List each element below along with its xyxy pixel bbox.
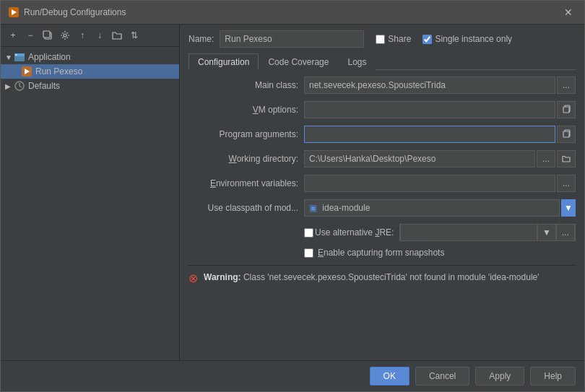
sort-button[interactable]: ⇅ — [126, 27, 142, 43]
vm-options-copy-button[interactable] — [557, 101, 576, 118]
dialog-title: Run/Debug Configurations — [24, 7, 126, 17]
move-up-button[interactable]: ↑ — [74, 27, 90, 43]
expand-arrow: ▼ — [5, 53, 14, 61]
jre-field-group: Use alternative JRE: ▼ ... — [304, 224, 576, 241]
remove-config-button[interactable]: − — [22, 27, 38, 43]
name-label: Name: — [188, 34, 214, 44]
working-dir-ellipsis-button[interactable]: ... — [537, 150, 555, 167]
dialog-content: + − — [1, 25, 584, 360]
env-vars-input[interactable] — [304, 175, 555, 192]
defaults-icon — [14, 80, 25, 92]
svg-point-7 — [16, 54, 17, 56]
working-dir-field-group: ... — [304, 150, 576, 167]
jre-select-container: ▼ ... — [399, 224, 576, 241]
classpath-label: Use classpath of mod... — [188, 203, 304, 213]
jre-dropdown-btn[interactable]: ▼ — [537, 224, 556, 241]
share-label: Share — [388, 34, 411, 44]
jre-browse-btn[interactable]: ... — [556, 224, 575, 241]
main-class-row: Main class: ... — [188, 76, 576, 95]
working-dir-row: Working directory: ... — [188, 149, 576, 168]
dialog-icon — [8, 6, 20, 18]
tab-code-coverage[interactable]: Code Coverage — [259, 53, 338, 70]
tree-run-pexeso[interactable]: Run Pexeso — [1, 64, 179, 79]
tab-configuration[interactable]: Configuration — [188, 53, 259, 70]
config-tree: ▼ Application Run Pexeso — [1, 47, 179, 360]
title-bar-left: Run/Debug Configurations — [8, 6, 126, 18]
capture-label: Enable capturing form snapshots — [318, 248, 444, 258]
tree-application-group[interactable]: ▼ Application — [1, 50, 179, 64]
classpath-row: Use classpath of mod... ▣ idea-module ▼ — [188, 199, 576, 217]
env-vars-browse-button[interactable]: ... — [557, 175, 576, 192]
main-class-field-group: ... — [304, 77, 576, 94]
svg-point-4 — [64, 34, 66, 37]
classpath-dropdown-arrow[interactable]: ▼ — [561, 199, 576, 217]
classpath-field-group: ▣ idea-module ▼ — [304, 199, 576, 217]
application-group-icon — [14, 51, 25, 63]
vm-options-field-group — [304, 101, 576, 118]
run-config-icon — [21, 66, 32, 77]
share-checkbox[interactable] — [376, 35, 385, 44]
vm-options-input[interactable] — [304, 101, 555, 118]
left-panel: + − — [1, 25, 180, 360]
warning-text: Warning: Class 'net.sevecek.pexeso.Spous… — [204, 271, 540, 284]
configuration-form: Main class: ... VM options: — [188, 76, 576, 354]
folder-button[interactable] — [109, 27, 125, 43]
help-button[interactable]: Help — [530, 367, 576, 386]
env-vars-label: Environment variables: — [188, 178, 304, 188]
button-row: OK Cancel Apply Help — [1, 360, 584, 391]
name-row: Name: Share Single instance only — [188, 30, 576, 48]
warning-area: ⊗ Warning: Class 'net.sevecek.pexeso.Spo… — [188, 265, 576, 291]
application-group-label: Application — [28, 52, 71, 62]
single-instance-checkbox[interactable] — [422, 35, 432, 44]
run-pexeso-label: Run Pexeso — [35, 66, 82, 77]
program-args-input[interactable] — [304, 126, 555, 143]
vm-options-row: VM options: — [188, 100, 576, 119]
ok-button[interactable]: OK — [370, 367, 410, 386]
svg-rect-11 — [563, 107, 569, 113]
working-dir-label: Working directory: — [188, 154, 304, 164]
close-button[interactable]: ✕ — [560, 5, 577, 19]
svg-rect-3 — [43, 31, 50, 38]
program-args-field-group — [304, 126, 576, 143]
add-config-button[interactable]: + — [5, 27, 21, 43]
tabs-row: Configuration Code Coverage Logs — [188, 53, 576, 70]
program-args-row: Program arguments: — [188, 125, 576, 144]
working-dir-folder-button[interactable] — [557, 150, 576, 167]
jre-checkbox-label: Use alternative JRE: — [315, 227, 394, 238]
working-dir-input[interactable] — [304, 150, 535, 167]
defaults-arrow: ▶ — [5, 82, 14, 90]
move-down-button[interactable]: ↓ — [92, 27, 108, 43]
cancel-button[interactable]: Cancel — [415, 367, 469, 386]
svg-rect-12 — [563, 131, 569, 137]
env-vars-field-group: ... — [304, 175, 576, 192]
tree-defaults-group[interactable]: ▶ Defaults — [1, 79, 179, 93]
classpath-select[interactable]: ▣ idea-module — [304, 199, 560, 217]
tree-toolbar: + − — [1, 25, 179, 47]
vm-options-label: VM options: — [188, 105, 304, 115]
main-class-input[interactable] — [304, 77, 555, 94]
program-args-copy-button[interactable] — [557, 126, 576, 143]
program-args-label: Program arguments: — [188, 129, 304, 139]
defaults-label: Defaults — [28, 81, 60, 91]
env-vars-row: Environment variables: ... — [188, 174, 576, 193]
tab-logs[interactable]: Logs — [338, 53, 376, 70]
single-instance-label: Single instance only — [435, 34, 512, 44]
right-panel: Name: Share Single instance only Configu… — [180, 25, 584, 360]
main-class-label: Main class: — [188, 80, 304, 90]
capture-row: Enable capturing form snapshots — [188, 248, 576, 258]
jre-row: Use alternative JRE: ▼ ... — [188, 223, 576, 242]
main-class-browse-button[interactable]: ... — [557, 77, 576, 94]
apply-button[interactable]: Apply — [475, 367, 524, 386]
warning-icon: ⊗ — [188, 271, 198, 285]
share-group: Share — [376, 34, 411, 44]
capture-checkbox[interactable] — [304, 248, 313, 258]
jre-select-input[interactable] — [400, 224, 537, 241]
copy-config-button[interactable] — [40, 27, 56, 43]
name-input[interactable] — [220, 30, 364, 48]
single-instance-group: Single instance only — [422, 34, 512, 44]
jre-checkbox[interactable] — [304, 228, 313, 238]
title-bar: Run/Debug Configurations ✕ — [1, 1, 584, 25]
run-debug-dialog: Run/Debug Configurations ✕ + − — [0, 0, 585, 392]
settings-config-button[interactable] — [57, 27, 73, 43]
